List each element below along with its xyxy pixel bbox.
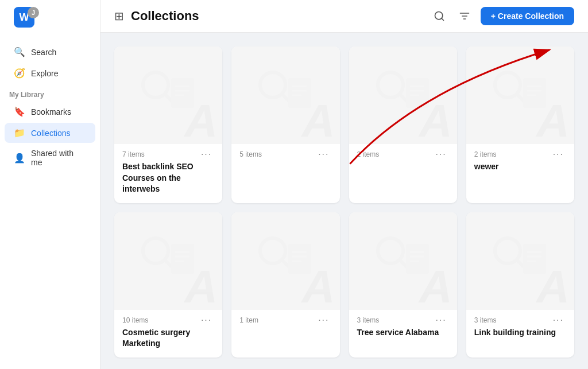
card-thumbnail: A — [231, 46, 339, 144]
sidebar-item-explore[interactable]: 🧭 Explore — [5, 63, 95, 83]
card-meta: 7 items ··· — [122, 150, 214, 159]
collection-card[interactable]: A 10 items ··· Cosmetic surgery Marketin… — [114, 212, 222, 358]
card-info: 7 items ··· Best backlink SEO Courses on… — [114, 144, 222, 203]
card-meta: 3 items ··· — [474, 316, 566, 325]
bookmarks-icon: 🔖 — [14, 106, 25, 117]
card-count: 10 items — [122, 316, 148, 324]
card-count: 3 items — [357, 316, 380, 324]
collection-card[interactable]: A 2 items ··· — [349, 46, 457, 203]
collection-card[interactable]: A 5 items ··· — [231, 46, 339, 203]
shared-icon: 👤 — [14, 153, 25, 164]
card-info: 2 items ··· wewer — [466, 144, 574, 181]
card-title: Cosmetic surgery Marketing — [122, 327, 214, 349]
collection-card[interactable]: A 1 item ··· — [231, 212, 339, 358]
sidebar-item-collections[interactable]: 📁 Collections — [5, 123, 95, 143]
card-title: wewer — [474, 161, 566, 173]
card-meta: 3 items ··· — [357, 316, 449, 325]
search-button[interactable] — [430, 7, 448, 25]
thumbnail-placeholder: A — [486, 227, 555, 296]
card-meta: 2 items ··· — [474, 150, 566, 159]
sidebar-bookmarks-label: Bookmarks — [31, 107, 71, 116]
card-more-button[interactable]: ··· — [199, 150, 214, 159]
sidebar-top: W J — [0, 7, 100, 37]
card-thumbnail: A — [466, 212, 574, 310]
collection-card[interactable]: A 7 items ··· Best backlink SEO Courses … — [114, 46, 222, 203]
card-count: 2 items — [357, 150, 380, 158]
thumbnail-placeholder: A — [134, 61, 203, 130]
sidebar-item-search[interactable]: 🔍 Search — [5, 42, 95, 62]
card-meta: 10 items ··· — [122, 316, 214, 325]
my-library-section-title: My Library — [0, 84, 100, 101]
card-thumbnail: A — [466, 46, 574, 144]
card-info: 1 item ··· — [231, 310, 339, 335]
collection-card[interactable]: A 3 items ··· Tree service Alabama — [349, 212, 457, 358]
thumbnail-placeholder: A — [251, 227, 320, 296]
card-title: Tree service Alabama — [357, 327, 449, 339]
header-actions: + Create Collection — [430, 7, 574, 25]
card-thumbnail: A — [114, 46, 222, 144]
collections-grid-container: A 7 items ··· Best backlink SEO Courses … — [100, 33, 588, 369]
card-more-button[interactable]: ··· — [433, 150, 448, 159]
app-logo[interactable]: W J — [14, 7, 34, 28]
search-icon: 🔍 — [14, 46, 25, 57]
explore-icon: 🧭 — [14, 68, 25, 79]
card-thumbnail: A — [349, 46, 457, 144]
collection-card[interactable]: A 2 items ··· wewer — [466, 46, 574, 203]
card-count: 7 items — [122, 150, 145, 158]
card-more-button[interactable]: ··· — [199, 316, 214, 325]
card-info: 3 items ··· Link building training — [466, 310, 574, 347]
sidebar-collections-label: Collections — [31, 129, 70, 138]
collections-grid: A 7 items ··· Best backlink SEO Courses … — [114, 46, 574, 358]
thumbnail-placeholder: A — [369, 61, 438, 130]
sidebar-item-shared[interactable]: 👤 Shared with me — [5, 144, 95, 172]
thumbnail-placeholder: A — [134, 227, 203, 296]
sidebar: W J 🔍 Search 🧭 Explore My Library 🔖 Book… — [0, 0, 100, 369]
card-meta: 5 items ··· — [239, 150, 331, 159]
page-title: Collections — [131, 9, 423, 24]
page-header: ⊞ Collections + Create Collection — [100, 0, 588, 33]
card-title: Link building training — [474, 327, 566, 339]
sort-button[interactable] — [455, 7, 474, 25]
user-avatar[interactable]: J — [28, 7, 39, 18]
thumbnail-placeholder: A — [251, 61, 320, 130]
card-count: 3 items — [474, 316, 497, 324]
sidebar-search-label: Search — [31, 48, 56, 57]
card-count: 2 items — [474, 150, 497, 158]
card-count: 1 item — [239, 316, 258, 324]
sidebar-item-bookmarks[interactable]: 🔖 Bookmarks — [5, 102, 95, 122]
card-info: 2 items ··· — [349, 144, 457, 169]
card-more-button[interactable]: ··· — [316, 150, 331, 159]
thumbnail-placeholder: A — [486, 61, 555, 130]
svg-line-1 — [442, 18, 444, 21]
sidebar-explore-label: Explore — [31, 69, 58, 78]
card-thumbnail: A — [231, 212, 339, 310]
card-more-button[interactable]: ··· — [433, 316, 448, 325]
card-info: 10 items ··· Cosmetic surgery Marketing — [114, 310, 222, 358]
panel-icon: ⊞ — [114, 9, 124, 23]
card-meta: 2 items ··· — [357, 150, 449, 159]
card-meta: 1 item ··· — [239, 316, 331, 325]
sidebar-shared-label: Shared with me — [31, 149, 86, 167]
card-thumbnail: A — [349, 212, 457, 310]
main-content: ⊞ Collections + Create Collection — [100, 0, 588, 369]
thumbnail-placeholder: A — [369, 227, 438, 296]
card-title: Best backlink SEO Courses on the interwe… — [122, 161, 214, 195]
card-more-button[interactable]: ··· — [551, 316, 566, 325]
collections-icon: 📁 — [14, 127, 25, 138]
card-info: 5 items ··· — [231, 144, 339, 169]
card-more-button[interactable]: ··· — [316, 316, 331, 325]
card-count: 5 items — [239, 150, 262, 158]
card-thumbnail: A — [114, 212, 222, 310]
card-info: 3 items ··· Tree service Alabama — [349, 310, 457, 347]
collection-card[interactable]: A 3 items ··· Link building training — [466, 212, 574, 358]
card-more-button[interactable]: ··· — [551, 150, 566, 159]
create-collection-button[interactable]: + Create Collection — [481, 7, 574, 25]
